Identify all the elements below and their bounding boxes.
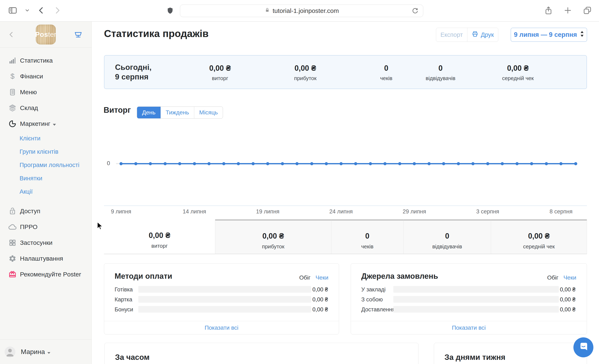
chart-point[interactable] xyxy=(427,162,431,165)
stat-label: прибуток xyxy=(215,243,331,250)
chart-point[interactable] xyxy=(134,162,137,165)
chart-point[interactable] xyxy=(354,162,357,165)
print-label: Друк xyxy=(481,31,494,38)
chart-point[interactable] xyxy=(208,162,211,165)
chart-point[interactable] xyxy=(384,162,387,165)
sidebar-subitem-clients[interactable]: Клієнти xyxy=(0,132,91,145)
chart-point[interactable] xyxy=(545,162,548,165)
reload-icon[interactable] xyxy=(411,7,419,16)
chart-point[interactable] xyxy=(530,162,533,165)
user-menu[interactable]: Марина xyxy=(0,339,91,364)
summary-cell-profit[interactable]: 0,00 ₴ прибуток xyxy=(215,220,331,254)
forward-button-icon[interactable] xyxy=(53,6,62,16)
toggle-turnover[interactable]: Обіг xyxy=(299,274,310,281)
sidebar-item-statistics[interactable]: Статистика xyxy=(0,53,91,68)
pos-terminal-icon[interactable] xyxy=(74,31,83,40)
sidebar-item-settings[interactable]: Налаштування xyxy=(0,251,91,266)
sidebar-item-prro[interactable]: ПРРО xyxy=(0,219,91,235)
stat-label: відвідувачів xyxy=(425,75,455,81)
tab-group-chevron-icon[interactable] xyxy=(25,8,30,14)
export-button[interactable]: Експорт xyxy=(436,28,467,42)
chart-point[interactable] xyxy=(251,162,255,165)
toggle-receipts[interactable]: Чеки xyxy=(564,274,576,281)
chart-point[interactable] xyxy=(442,162,445,165)
dollar-icon xyxy=(8,72,17,80)
sidebar-item-menu[interactable]: Меню xyxy=(0,84,91,100)
chart-point[interactable] xyxy=(310,162,313,165)
new-tab-icon[interactable] xyxy=(564,6,572,15)
share-icon[interactable] xyxy=(544,6,553,16)
chart-point[interactable] xyxy=(237,162,240,165)
sidebar-subitem-exceptions[interactable]: Винятки xyxy=(0,172,91,185)
sidebar-item-recommend-poster[interactable]: Рекомендуйте Poster xyxy=(0,266,91,282)
sidebar-subitem-loyalty-programs[interactable]: Програми лояльності xyxy=(0,158,91,172)
chart-point[interactable] xyxy=(501,162,504,165)
chart-point[interactable] xyxy=(486,162,489,165)
sidebar-item-label: Рекомендуйте Poster xyxy=(20,271,81,278)
collapse-sidebar-icon[interactable] xyxy=(8,31,15,39)
summary-cell-visitors[interactable]: 0 відвідувачів xyxy=(403,220,491,254)
chevron-down-icon xyxy=(47,348,50,356)
sidebar-toggle-icon[interactable] xyxy=(8,6,18,16)
sidebar-item-finance[interactable]: Фінанси xyxy=(0,68,91,84)
chart-point[interactable] xyxy=(339,162,343,165)
chart-point[interactable] xyxy=(398,162,401,165)
turnover-receipts-toggle: Обіг Чеки xyxy=(547,274,576,281)
chat-widget-button[interactable] xyxy=(573,337,593,357)
chart-point[interactable] xyxy=(281,162,284,165)
chart-point[interactable] xyxy=(149,162,152,165)
tab-overview-icon[interactable] xyxy=(583,6,592,16)
chart-point[interactable] xyxy=(163,162,167,165)
stat-value: 0,00 ₴ xyxy=(294,64,317,73)
chart-point[interactable] xyxy=(472,162,475,165)
source-row-takeaway: З собою 0,00 ₴ xyxy=(351,294,587,304)
chart-point[interactable] xyxy=(193,162,196,165)
user-name: Марина xyxy=(21,348,45,356)
chart-point[interactable] xyxy=(120,162,123,165)
page-title: Статистика продажів xyxy=(104,28,209,39)
sidebar-item-apps[interactable]: Застосунки xyxy=(0,235,91,251)
revenue-chart-ticks: 9 липня14 липня19 липня24 липня29 липня3… xyxy=(121,208,576,217)
chart-point[interactable] xyxy=(369,162,372,165)
turnover-receipts-toggle: Обіг Чеки xyxy=(299,274,328,281)
tab-day[interactable]: День xyxy=(137,107,161,118)
show-all-link[interactable]: Показати всі xyxy=(351,321,587,334)
row-value: 0,00 ₴ xyxy=(560,306,575,313)
print-button[interactable]: Друк xyxy=(467,28,498,42)
poster-logo[interactable]: Poster xyxy=(36,25,56,44)
chart-point[interactable] xyxy=(222,162,225,165)
privacy-shield-icon[interactable] xyxy=(166,7,174,16)
toggle-receipts[interactable]: Чеки xyxy=(316,274,328,281)
sidebar-item-marketing[interactable]: Маркетинг xyxy=(0,116,91,132)
chart-y-axis-label: 0 xyxy=(107,160,110,167)
tab-week[interactable]: Тиждень xyxy=(161,107,194,118)
document-icon xyxy=(8,88,17,96)
sidebar-subitem-client-groups[interactable]: Групи клієнтів xyxy=(0,145,91,158)
summary-cell-receipts[interactable]: 0 чеків xyxy=(331,220,403,254)
toggle-turnover[interactable]: Обіг xyxy=(547,274,558,281)
chart-point[interactable] xyxy=(325,162,328,165)
chart-point[interactable] xyxy=(266,162,269,165)
chart-point[interactable] xyxy=(296,162,299,165)
chart-point[interactable] xyxy=(559,162,563,165)
sidebar-item-access[interactable]: Доступ xyxy=(0,203,91,219)
chart-point[interactable] xyxy=(413,162,416,165)
summary-cell-average-receipt[interactable]: 0,00 ₴ середній чек xyxy=(491,220,587,254)
back-button-icon[interactable] xyxy=(37,6,46,16)
chart-tick-label: 9 липня xyxy=(111,208,131,215)
progress-bar xyxy=(393,296,559,303)
sidebar-item-label: Доступ xyxy=(20,208,40,215)
chart-point[interactable] xyxy=(178,162,181,165)
sidebar-subitem-promotions[interactable]: Акції xyxy=(0,185,91,198)
stat-label: відвідувачів xyxy=(404,243,491,250)
chart-point[interactable] xyxy=(457,162,460,165)
date-range-selector[interactable]: 9 липня — 9 серпня xyxy=(511,28,587,42)
tab-month[interactable]: Місяць xyxy=(194,107,223,118)
chart-point[interactable] xyxy=(515,162,519,165)
card-title: За часом xyxy=(115,353,150,362)
sidebar-item-warehouse[interactable]: Склад xyxy=(0,100,91,116)
summary-cell-revenue[interactable]: 0,00 ₴ виторг xyxy=(104,220,215,254)
show-all-link[interactable]: Показати всі xyxy=(104,321,339,334)
address-bar[interactable]: tutorial-1.joinposter.com xyxy=(180,5,423,17)
chart-point[interactable] xyxy=(574,162,577,165)
